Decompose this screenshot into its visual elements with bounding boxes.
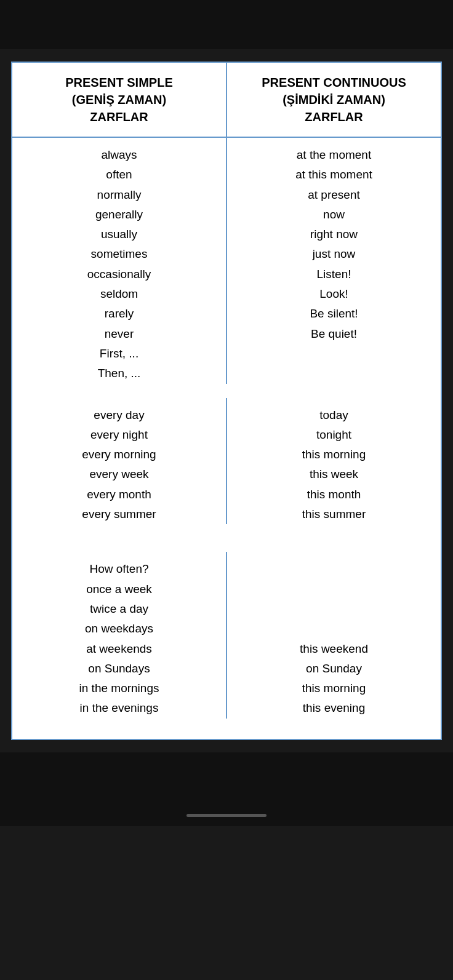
header-col2: PRESENT CONTINUOUS (ŞİMDİKİ ZAMAN) ZARFL… — [227, 63, 441, 137]
list-item: just now — [233, 244, 435, 264]
list-item: How often? — [18, 559, 220, 579]
section3-right: this weekend on Sunday this morning this… — [227, 552, 441, 718]
list-item: Listen! — [233, 265, 435, 284]
list-item: Be quiet! — [233, 324, 435, 344]
list-item: this morning — [233, 445, 435, 464]
section3-row: How often? once a week twice a day on we… — [12, 552, 441, 719]
list-item: this weekend — [233, 639, 435, 659]
list-item: never — [18, 324, 220, 344]
list-item-empty — [233, 599, 435, 619]
list-item: occasionally — [18, 265, 220, 284]
list-item: Look! — [233, 284, 435, 304]
list-item: every summer — [18, 504, 220, 524]
list-item: usually — [18, 225, 220, 244]
header-col1-line1: PRESENT SIMPLE — [65, 76, 172, 89]
list-item: twice a day — [18, 599, 220, 619]
list-item: in the evenings — [18, 698, 220, 718]
section1-right: at the moment at this moment at present … — [227, 138, 441, 384]
section1-left: always often normally generally usually … — [12, 138, 227, 384]
header-col1: PRESENT SIMPLE (GENİŞ ZAMAN) ZARFLAR — [12, 63, 227, 137]
list-item: this morning — [233, 679, 435, 698]
header-row: PRESENT SIMPLE (GENİŞ ZAMAN) ZARFLAR PRE… — [12, 63, 441, 138]
list-item: generally — [18, 205, 220, 225]
list-item: at the moment — [233, 145, 435, 165]
list-item: Then, ... — [18, 364, 220, 383]
list-item: rarely — [18, 304, 220, 324]
list-item: sometimes — [18, 244, 220, 264]
gap3 — [12, 538, 441, 552]
section2-row: every day every night every morning ever… — [12, 398, 441, 525]
list-item-empty — [233, 580, 435, 599]
list-item: in the mornings — [18, 679, 220, 698]
list-item: on Sunday — [233, 659, 435, 679]
list-item: normally — [18, 185, 220, 205]
list-item: this evening — [233, 698, 435, 718]
list-item: every morning — [18, 445, 220, 464]
table-body: always often normally generally usually … — [12, 138, 441, 739]
list-item: at weekends — [18, 639, 220, 659]
list-item: tonight — [233, 425, 435, 445]
list-item: at this moment — [233, 165, 435, 185]
main-table: PRESENT SIMPLE (GENİŞ ZAMAN) ZARFLAR PRE… — [11, 62, 442, 740]
bottom-bar — [0, 752, 453, 826]
list-item: at present — [233, 185, 435, 205]
list-item-empty — [233, 559, 435, 579]
gap4 — [12, 719, 441, 733]
list-item: every day — [18, 405, 220, 425]
list-item: often — [18, 165, 220, 185]
list-item: today — [233, 405, 435, 425]
list-item: every month — [18, 485, 220, 504]
list-item: First, ... — [18, 344, 220, 364]
header-col2-line1: PRESENT CONTINUOUS — [262, 76, 406, 89]
header-col1-line3: ZARFLAR — [90, 110, 148, 124]
list-item: once a week — [18, 580, 220, 599]
list-item: now — [233, 205, 435, 225]
section2-right: today tonight this morning this week thi… — [227, 398, 441, 525]
gap1 — [12, 384, 441, 398]
list-item: seldom — [18, 284, 220, 304]
list-item: right now — [233, 225, 435, 244]
list-item: on Sundays — [18, 659, 220, 679]
section2-left: every day every night every morning ever… — [12, 398, 227, 525]
list-item: every night — [18, 425, 220, 445]
header-col2-line2: (ŞİMDİKİ ZAMAN) — [283, 93, 385, 106]
list-item: this month — [233, 485, 435, 504]
home-indicator — [186, 814, 267, 817]
gap2 — [12, 525, 441, 538]
list-item: always — [18, 145, 220, 165]
header-col2-line3: ZARFLAR — [305, 110, 363, 124]
list-item: Be silent! — [233, 304, 435, 324]
section1-row: always often normally generally usually … — [12, 138, 441, 384]
list-item: this summer — [233, 504, 435, 524]
list-item: every week — [18, 464, 220, 484]
section3-left: How often? once a week twice a day on we… — [12, 552, 227, 718]
top-bar — [0, 0, 453, 49]
list-item-empty — [233, 619, 435, 639]
list-item: on weekdays — [18, 619, 220, 639]
header-col1-line2: (GENİŞ ZAMAN) — [72, 93, 166, 106]
list-item: this week — [233, 464, 435, 484]
